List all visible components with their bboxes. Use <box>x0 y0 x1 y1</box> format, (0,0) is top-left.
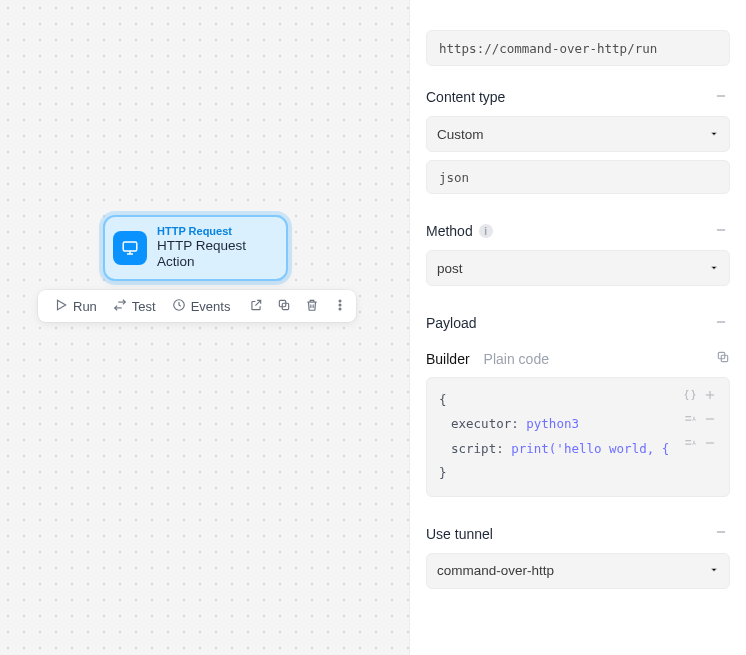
trash-icon <box>305 298 319 315</box>
chevron-down-icon <box>709 127 719 142</box>
copy-icon <box>716 351 730 367</box>
url-input[interactable]: https://command-over-http/run <box>426 30 730 66</box>
inspector-panel[interactable]: https://command-over-http/run Content ty… <box>410 0 746 655</box>
node-http-request[interactable]: HTTP Request HTTP Request Action <box>103 215 288 281</box>
node-title: HTTP Request Action <box>157 238 278 270</box>
play-icon <box>54 298 68 315</box>
collapse-payload[interactable] <box>712 314 730 332</box>
minus-icon <box>714 315 728 332</box>
collapse-content-type[interactable] <box>712 88 730 106</box>
chevron-down-icon <box>709 261 719 276</box>
minus-icon <box>714 525 728 542</box>
payload-code-editor[interactable]: A A { executor: python3 script: print('h… <box>426 377 730 497</box>
code-line: } <box>439 461 717 485</box>
external-link-icon <box>249 298 263 315</box>
content-type-value-input[interactable]: json <box>426 160 730 194</box>
delete-button[interactable] <box>300 294 324 319</box>
section-title-method: Method <box>426 223 473 239</box>
node-kicker: HTTP Request <box>157 225 278 238</box>
run-button[interactable]: Run <box>48 294 103 319</box>
section-title-payload: Payload <box>426 315 477 331</box>
copy-icon <box>277 298 291 315</box>
use-tunnel-select[interactable]: command-over-http <box>426 553 730 589</box>
more-vertical-icon <box>333 298 347 315</box>
svg-marker-3 <box>58 300 66 309</box>
chevron-down-icon <box>709 563 719 578</box>
copy-payload-button[interactable] <box>716 350 730 367</box>
minus-icon <box>714 89 728 106</box>
collapse-use-tunnel[interactable] <box>712 525 730 543</box>
clock-icon <box>172 298 186 315</box>
code-line: script: print('hello world, { <box>439 437 717 461</box>
svg-point-7 <box>340 299 342 301</box>
section-title-use-tunnel: Use tunnel <box>426 526 493 542</box>
svg-point-8 <box>340 304 342 306</box>
swap-icon <box>113 298 127 315</box>
test-button[interactable]: Test <box>107 294 162 319</box>
svg-point-9 <box>340 308 342 310</box>
tab-plain-code[interactable]: Plain code <box>484 351 549 367</box>
duplicate-button[interactable] <box>272 294 296 319</box>
svg-rect-0 <box>123 242 137 251</box>
collapse-method[interactable] <box>712 222 730 240</box>
monitor-icon <box>113 231 147 265</box>
tab-builder[interactable]: Builder <box>426 351 470 367</box>
method-select[interactable]: post <box>426 250 730 286</box>
node-toolbar: Run Test Events <box>38 290 356 322</box>
code-line: executor: python3 <box>439 412 717 436</box>
code-line: { <box>439 388 717 412</box>
info-icon[interactable]: i <box>479 224 493 238</box>
workflow-canvas[interactable]: HTTP Request HTTP Request Action Run Tes… <box>0 0 410 655</box>
open-external-button[interactable] <box>244 294 268 319</box>
events-button[interactable]: Events <box>166 294 237 319</box>
minus-icon <box>714 223 728 240</box>
section-title-content-type: Content type <box>426 89 505 105</box>
content-type-select[interactable]: Custom <box>426 116 730 152</box>
more-button[interactable] <box>328 294 352 319</box>
